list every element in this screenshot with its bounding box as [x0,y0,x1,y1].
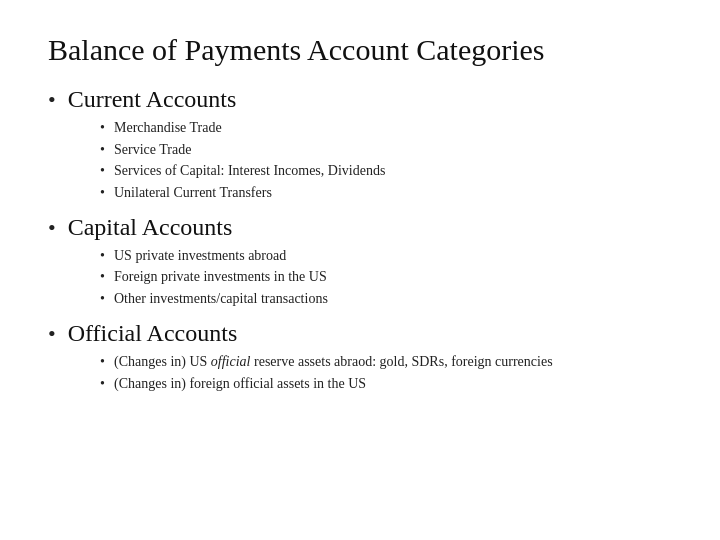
section-current-accounts: • Current Accounts Merchandise Trade Ser… [48,86,672,204]
list-item: (Changes in) US official reserve assets … [100,351,672,373]
list-item: Service Trade [100,139,672,161]
bullet-official: • [48,321,56,347]
section-header-current: • Current Accounts [48,86,672,113]
section-official-accounts: • Official Accounts (Changes in) US offi… [48,320,672,394]
slide-container: Balance of Payments Account Categories •… [0,0,720,540]
list-item: Services of Capital: Interest Incomes, D… [100,160,672,182]
italic-official: official [211,354,251,369]
list-item: Other investments/capital transactions [100,288,672,310]
section-capital-accounts: • Capital Accounts US private investment… [48,214,672,310]
section-header-official: • Official Accounts [48,320,672,347]
list-item: Foreign private investments in the US [100,266,672,288]
slide-title: Balance of Payments Account Categories [48,32,672,68]
current-accounts-list: Merchandise Trade Service Trade Services… [48,117,672,204]
bullet-capital: • [48,215,56,241]
official-item-1: (Changes in) US official reserve assets … [114,354,553,369]
section-title-capital: Capital Accounts [68,214,233,241]
list-item: US private investments abroad [100,245,672,267]
capital-accounts-list: US private investments abroad Foreign pr… [48,245,672,310]
section-title-current: Current Accounts [68,86,237,113]
list-item: Unilateral Current Transfers [100,182,672,204]
list-item: (Changes in) foreign official assets in … [100,373,672,395]
section-title-official: Official Accounts [68,320,238,347]
official-accounts-list: (Changes in) US official reserve assets … [48,351,672,394]
section-header-capital: • Capital Accounts [48,214,672,241]
list-item: Merchandise Trade [100,117,672,139]
bullet-current: • [48,87,56,113]
